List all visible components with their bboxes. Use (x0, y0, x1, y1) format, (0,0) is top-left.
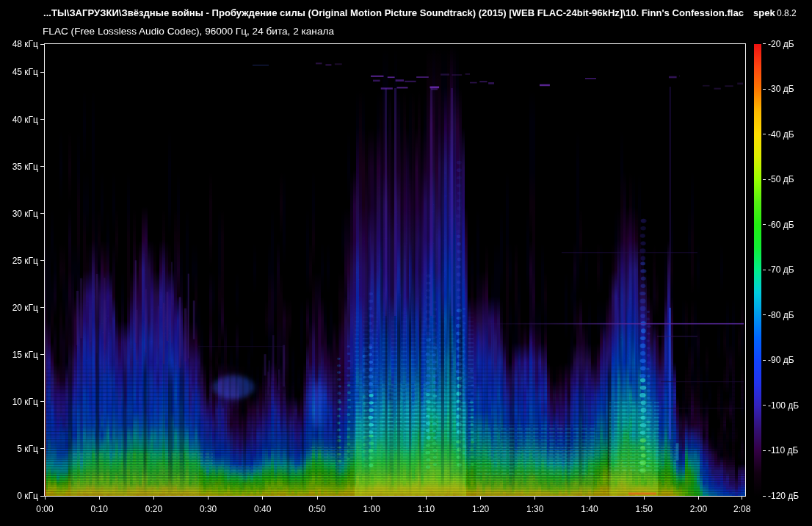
svg-text:1:40: 1:40 (581, 504, 598, 514)
svg-text:2:08: 2:08 (733, 504, 751, 514)
svg-text:40 кГц: 40 кГц (12, 115, 38, 125)
svg-text:45 кГц: 45 кГц (12, 67, 38, 77)
svg-text:-120 дБ: -120 дБ (768, 491, 799, 501)
svg-text:1:30: 1:30 (526, 504, 544, 514)
svg-text:25 кГц: 25 кГц (12, 256, 38, 266)
svg-text:0 кГц: 0 кГц (17, 491, 38, 501)
svg-text:0:10: 0:10 (91, 504, 109, 514)
svg-text:30 кГц: 30 кГц (12, 209, 38, 219)
svg-text:0:50: 0:50 (308, 504, 326, 514)
svg-text:-100 дБ: -100 дБ (768, 400, 799, 411)
svg-text:-110 дБ: -110 дБ (768, 445, 798, 455)
svg-text:spek: spek (753, 7, 775, 18)
svg-text:0:00: 0:00 (36, 504, 54, 514)
svg-text:-40 дБ: -40 дБ (768, 129, 794, 140)
svg-text:-60 дБ: -60 дБ (768, 220, 794, 230)
svg-text:-70 дБ: -70 дБ (768, 264, 794, 275)
svg-text:15 кГц: 15 кГц (12, 350, 38, 360)
svg-text:-30 дБ: -30 дБ (768, 84, 794, 94)
svg-text:0:30: 0:30 (200, 504, 217, 514)
svg-text:20 кГц: 20 кГц (12, 303, 38, 313)
svg-text:-20 дБ: -20 дБ (768, 39, 794, 49)
svg-text:0:40: 0:40 (254, 504, 272, 514)
svg-text:FLAC (Free Lossless Audio Code: FLAC (Free Lossless Audio Codec), 96000 … (43, 26, 334, 37)
svg-text:...ТЫ\ЗАГРУЗКИ\Звёздные войны: ...ТЫ\ЗАГРУЗКИ\Звёздные войны - Пробужде… (43, 7, 744, 18)
svg-text:1:50: 1:50 (636, 504, 653, 514)
svg-text:48 кГц: 48 кГц (12, 39, 38, 49)
svg-text:1:10: 1:10 (418, 504, 435, 514)
svg-text:-80 дБ: -80 дБ (768, 310, 794, 320)
svg-text:1:00: 1:00 (363, 504, 381, 514)
svg-text:0:20: 0:20 (145, 504, 163, 514)
svg-text:5 кГц: 5 кГц (17, 444, 38, 454)
svg-text:-50 дБ: -50 дБ (768, 174, 794, 184)
svg-text:0.8.2: 0.8.2 (777, 8, 797, 18)
svg-text:10 кГц: 10 кГц (12, 397, 38, 407)
svg-text:-90 дБ: -90 дБ (768, 355, 794, 365)
svg-text:1:20: 1:20 (472, 504, 490, 514)
svg-text:35 кГц: 35 кГц (12, 162, 38, 172)
svg-text:2:00: 2:00 (690, 504, 708, 514)
